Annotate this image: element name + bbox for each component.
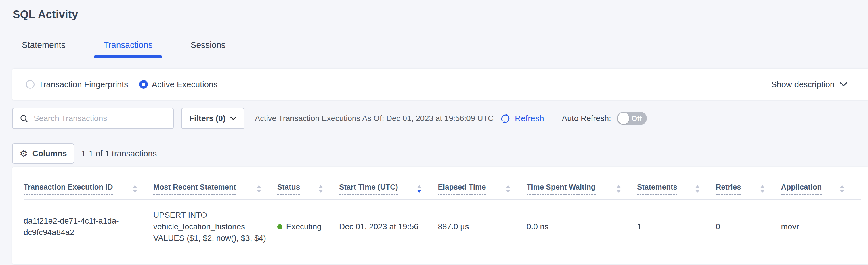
table-row[interactable]: da1f21e2-de71-4c1f-a1da-dc9fc94a84a2 UPS…	[24, 199, 861, 255]
view-options-card: Transaction Fingerprints Active Executio…	[12, 69, 868, 100]
sort-icon	[318, 185, 323, 193]
auto-refresh-label: Auto Refresh:	[562, 114, 611, 123]
sort-icon	[256, 185, 261, 193]
chevron-down-icon	[840, 82, 847, 87]
columns-button-label: Columns	[32, 149, 67, 158]
radio-active-executions[interactable]: Active Executions	[139, 80, 218, 89]
filters-toolbar: Filters (0) Active Transaction Execution…	[12, 108, 868, 129]
toggle-state-label: Off	[631, 114, 642, 123]
col-header-status[interactable]: Status	[277, 167, 339, 199]
sort-icon	[695, 185, 700, 193]
col-header-statements[interactable]: Statements	[637, 167, 716, 199]
cell-transaction-execution-id: da1f21e2-de71-4c1f-a1da-dc9fc94a84a2	[24, 199, 153, 255]
cell-time-spent-waiting: 0.0 ns	[527, 199, 637, 255]
cell-application: movr	[781, 199, 861, 255]
vertical-divider	[553, 109, 553, 128]
sort-desc-icon	[417, 185, 422, 193]
status-executing-icon	[277, 224, 282, 229]
search-icon	[20, 114, 29, 123]
toggle-knob-icon	[618, 113, 629, 124]
columns-button[interactable]: ⚙ Columns	[12, 143, 74, 164]
transactions-table-card: Transaction Execution ID Most Recent Sta…	[12, 167, 868, 264]
col-header-start-time[interactable]: Start Time (UTC)	[339, 167, 438, 199]
chevron-down-icon	[230, 116, 237, 121]
radio-unselected-icon	[26, 80, 34, 89]
sql-activity-page: SQL Activity Statements Transactions Ses…	[0, 0, 868, 265]
cell-start-time: Dec 01, 2023 at 19:56	[339, 199, 438, 255]
cell-retries: 0	[716, 199, 781, 255]
transactions-table: Transaction Execution ID Most Recent Sta…	[24, 167, 861, 256]
radio-label: Transaction Fingerprints	[38, 80, 128, 89]
filters-button-label: Filters (0)	[189, 114, 225, 123]
refresh-button[interactable]: Refresh	[499, 112, 544, 125]
tab-statements[interactable]: Statements	[12, 40, 75, 58]
cell-status: Executing	[277, 199, 339, 255]
show-description-toggle[interactable]: Show description	[771, 80, 847, 89]
sort-icon	[616, 185, 621, 193]
search-input[interactable]	[34, 114, 173, 123]
gear-icon: ⚙	[20, 148, 28, 159]
refresh-label: Refresh	[515, 114, 544, 123]
col-header-elapsed-time[interactable]: Elapsed Time	[438, 167, 526, 199]
tab-bar: Statements Transactions Sessions	[12, 40, 868, 58]
tab-sessions[interactable]: Sessions	[181, 40, 235, 58]
radio-selected-icon	[139, 80, 148, 89]
auto-refresh-toggle[interactable]: Off	[617, 112, 647, 125]
radio-label: Active Executions	[152, 80, 218, 89]
col-header-most-recent-statement[interactable]: Most Recent Statement	[153, 167, 277, 199]
as-of-timestamp: Active Transaction Executions As Of: Dec…	[255, 114, 494, 123]
cell-most-recent-statement: UPSERT INTO vehicle_location_histories V…	[153, 199, 277, 255]
col-header-retries[interactable]: Retries	[716, 167, 781, 199]
results-count: 1-1 of 1 transactions	[81, 149, 157, 158]
col-header-transaction-execution-id[interactable]: Transaction Execution ID	[24, 167, 153, 199]
status-label: Executing	[286, 221, 321, 233]
sort-icon	[506, 185, 510, 193]
cell-statements: 1	[637, 199, 716, 255]
show-description-label: Show description	[771, 80, 835, 89]
cell-elapsed-time: 887.0 µs	[438, 199, 526, 255]
results-bar: ⚙ Columns 1-1 of 1 transactions	[12, 143, 868, 164]
sort-icon	[760, 185, 765, 193]
tab-transactions[interactable]: Transactions	[94, 40, 162, 58]
table-header-row: Transaction Execution ID Most Recent Sta…	[24, 167, 861, 199]
filters-button[interactable]: Filters (0)	[181, 108, 245, 129]
sort-icon	[840, 185, 844, 193]
refresh-icon	[499, 112, 512, 125]
col-header-time-spent-waiting[interactable]: Time Spent Waiting	[527, 167, 637, 199]
page-title: SQL Activity	[0, 0, 868, 21]
col-header-application[interactable]: Application	[781, 167, 861, 199]
sort-icon	[132, 185, 137, 193]
search-box	[12, 108, 174, 129]
radio-transaction-fingerprints[interactable]: Transaction Fingerprints	[26, 80, 128, 89]
